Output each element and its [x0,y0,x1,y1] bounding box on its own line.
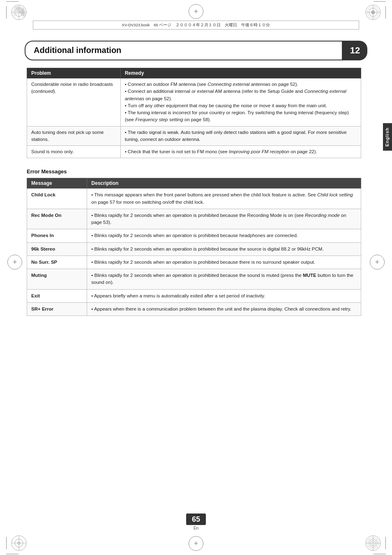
chapter-title-box: Additional information [25,41,343,60]
remedy-cell: • Connect an outdoor FM antenna (see Con… [120,78,361,127]
crop-mark-bl-v [6,537,7,549]
file-info-text: XV-DV323.book 65 ページ ２０００４年２月１０日 火曜日 午後６… [122,23,270,28]
chapter-number: 12 [350,45,360,56]
page-en: En [194,526,198,530]
table-row: Exit • Appears briefly when a menu is au… [27,289,361,302]
crop-mark-tr-v [385,6,386,18]
svg-point-16 [17,541,21,545]
error-description-cell: • Blinks rapidly for 2 seconds when an o… [87,242,361,256]
page-number: 65 [186,514,206,525]
corner-decoration-bl [9,533,29,553]
table-row: SR+ Error • Appears when there is a comm… [27,302,361,315]
remedy-header: Remedy [120,68,361,78]
bottom-reg-row [0,535,392,552]
corner-decoration-tl [9,2,29,22]
error-description-cell: • Appears when there is a communication … [87,302,361,315]
crop-mark-tr-h [374,1,386,2]
crop-mark-tl-v [6,6,7,18]
error-messages-title: Error Messages [27,168,361,175]
chapter-number-box: 12 [343,41,367,60]
problem-header: Problem [27,68,121,78]
error-description-cell: • This message appears when the front pa… [87,189,361,209]
side-reg-left [7,255,22,269]
reg-cross-top-center [189,4,203,19]
crop-mark-tl-h [6,1,18,2]
error-message-cell: Phones In [27,229,87,242]
table-row: No Surr. SP • Blinks rapidly for 2 secon… [27,256,361,269]
top-reg-row [0,3,392,20]
table-row: Auto tuning does not pick up some statio… [27,126,361,146]
problem-table: Problem Remedy Considerable noise in rad… [27,68,361,158]
error-description-cell: • Blinks rapidly for 2 seconds when an o… [87,229,361,242]
error-message-cell: No Surr. SP [27,256,87,269]
error-description-cell: • Blinks rapidly for 2 seconds when an o… [87,269,361,290]
corner-decoration-br [363,533,383,553]
main-content: Problem Remedy Considerable noise in rad… [27,68,361,316]
crop-mark-br-v [385,537,386,549]
problem-cell: Considerable noise in radio broadcasts (… [27,78,121,127]
english-tab: English [383,123,392,151]
table-row: Muting • Blinks rapidly for 2 seconds wh… [27,269,361,290]
side-reg-right [370,255,385,269]
problem-cell: Sound is mono only. [27,146,121,158]
error-message-cell: Muting [27,269,87,290]
table-row: 96k Stereo • Blinks rapidly for 2 second… [27,242,361,256]
page-footer: 65 En [0,514,392,530]
page-wrapper: XV-DV323.book 65 ページ ２０００４年２月１０日 火曜日 午後６… [0,0,392,555]
remedy-cell: • Check that the tuner is not set to FM … [120,146,361,158]
error-message-cell: Exit [27,289,87,302]
error-description-cell: • Blinks rapidly for 2 seconds when an o… [87,256,361,269]
description-header: Description [87,178,361,189]
table-row: Child Lock • This message appears when t… [27,189,361,209]
problem-cell: Auto tuning does not pick up some statio… [27,126,121,146]
error-table: Message Description Child Lock • This me… [27,178,361,316]
table-row: Sound is mono only. • Check that the tun… [27,146,361,158]
table-row: Rec Mode On • Blinks rapidly for 2 secon… [27,209,361,229]
error-message-cell: 96k Stereo [27,242,87,256]
chapter-title: Additional information [34,46,121,55]
error-description-cell: • Appears briefly when a menu is automat… [87,289,361,302]
remedy-cell: • The radio signal is weak. Auto tuning … [120,126,361,146]
corner-decoration-tr [363,2,383,22]
crop-mark-br-h [374,554,386,554]
error-description-cell: • Blinks rapidly for 2 seconds when an o… [87,209,361,229]
error-message-cell: Child Lock [27,189,87,209]
table-row: Considerable noise in radio broadcasts (… [27,78,361,127]
error-message-cell: Rec Mode On [27,209,87,229]
crop-mark-bl-h [6,554,18,554]
table-row: Phones In • Blinks rapidly for 2 seconds… [27,229,361,242]
reg-cross-bottom-center [189,536,203,551]
message-header: Message [27,178,87,189]
chapter-header: Additional information 12 [25,39,367,62]
file-info-bar: XV-DV323.book 65 ページ ２０００４年２月１０日 火曜日 午後６… [33,21,359,30]
error-message-cell: SR+ Error [27,302,87,315]
